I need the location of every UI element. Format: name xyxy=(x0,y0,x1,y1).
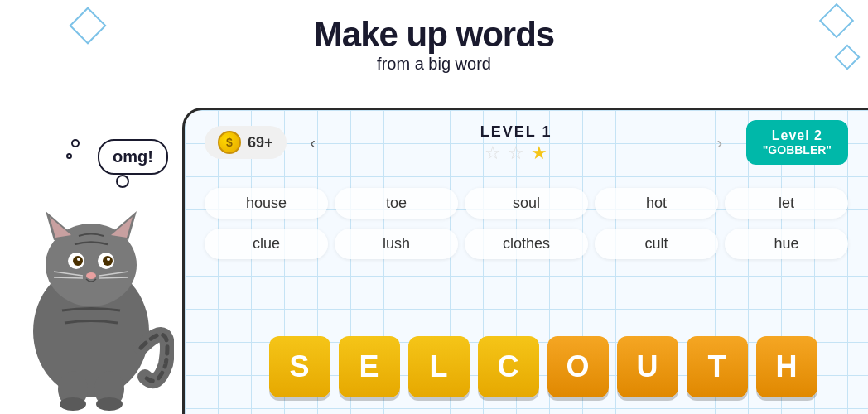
letter-tile-u[interactable]: U xyxy=(617,336,678,397)
svg-point-8 xyxy=(73,256,83,266)
game-area: $ 69+ ‹ LEVEL 1 ☆ ☆ ★ › Level 2 "GOBBLER… xyxy=(182,108,868,414)
svg-point-20 xyxy=(96,397,123,411)
word-pill-clue[interactable]: clue xyxy=(205,229,328,259)
word-pill-lush[interactable]: lush xyxy=(335,229,458,259)
stars-container: ☆ ☆ ★ xyxy=(340,142,693,162)
word-pill-let[interactable]: let xyxy=(725,188,848,219)
next-level-label: Level 2 xyxy=(763,128,832,143)
star-1: ☆ xyxy=(483,142,503,162)
coin-amount: 69+ xyxy=(248,134,273,152)
cat-area: omg! xyxy=(0,108,182,414)
header: Make up words from a big word xyxy=(0,0,868,79)
speech-text: omg! xyxy=(113,147,153,166)
svg-line-16 xyxy=(99,277,128,278)
svg-point-19 xyxy=(60,397,86,411)
speech-bubble: omg! xyxy=(98,139,168,175)
next-level-button[interactable]: Level 2 "GOBBLER" xyxy=(746,120,848,165)
letter-row: S E L C O U T H xyxy=(226,336,860,397)
next-level-arrow[interactable]: › xyxy=(706,129,733,156)
word-pill-toe[interactable]: toe xyxy=(335,188,458,219)
coin-icon: $ xyxy=(218,131,241,154)
letter-tile-o[interactable]: O xyxy=(547,336,609,397)
next-level-name: "GOBBLER" xyxy=(763,143,832,156)
letter-tile-e[interactable]: E xyxy=(339,336,400,397)
letter-tile-t[interactable]: T xyxy=(687,336,748,397)
coin-badge: $ 69+ xyxy=(205,126,287,159)
cat-illustration xyxy=(8,166,174,414)
page-title: Make up words xyxy=(0,15,868,55)
word-pill-clothes[interactable]: clothes xyxy=(465,229,588,259)
word-grid: house toe soul hot let clue lush clothes… xyxy=(185,175,868,269)
letter-tile-c[interactable]: C xyxy=(478,336,539,397)
letter-tile-l[interactable]: L xyxy=(408,336,470,397)
word-pill-soul[interactable]: soul xyxy=(465,188,588,219)
level-label: LEVEL 1 xyxy=(340,123,693,141)
svg-line-14 xyxy=(54,277,83,278)
word-pill-hue[interactable]: hue xyxy=(725,229,848,259)
prev-level-button[interactable]: ‹ xyxy=(300,129,326,156)
svg-point-9 xyxy=(103,256,113,266)
game-topbar: $ 69+ ‹ LEVEL 1 ☆ ☆ ★ › Level 2 "GOBBLER… xyxy=(185,110,868,175)
svg-point-10 xyxy=(77,258,80,261)
svg-point-11 xyxy=(107,258,110,261)
star-3: ★ xyxy=(529,142,549,162)
bubble-dot-1 xyxy=(71,139,80,147)
level-info: LEVEL 1 ☆ ☆ ★ xyxy=(340,123,693,162)
svg-point-12 xyxy=(86,272,96,279)
letter-tile-h[interactable]: H xyxy=(756,336,817,397)
star-2: ☆ xyxy=(506,142,526,162)
letter-tile-s[interactable]: S xyxy=(269,336,330,397)
bubble-dot-2 xyxy=(66,153,72,159)
word-pill-cult[interactable]: cult xyxy=(595,229,718,259)
word-pill-house[interactable]: house xyxy=(205,188,328,219)
word-pill-hot[interactable]: hot xyxy=(595,188,718,219)
page-subtitle: from a big word xyxy=(0,55,868,74)
